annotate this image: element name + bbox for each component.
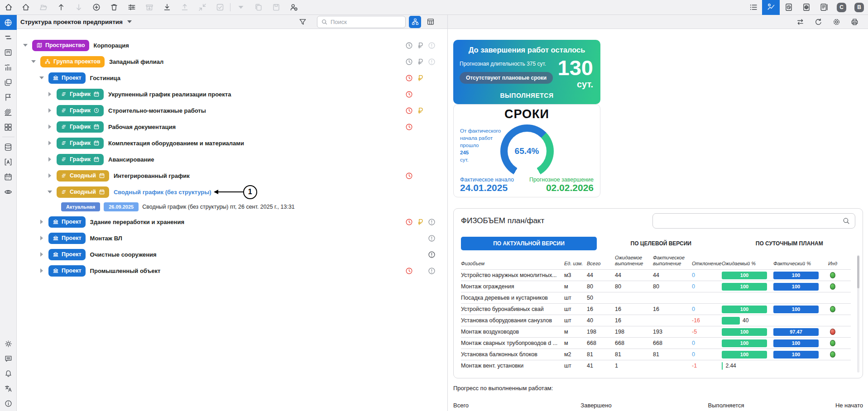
folder-open-icon[interactable] <box>34 0 52 15</box>
doc-report-icon[interactable] <box>815 0 833 15</box>
node-name[interactable]: Сводный график (без структуры) <box>114 189 211 196</box>
tree-row[interactable]: ГрафикСтроительно-монтажные работы <box>17 102 447 119</box>
type-badge[interactable]: Пространство <box>32 40 89 51</box>
caret-right-icon[interactable] <box>38 252 45 257</box>
doc-clock-icon[interactable] <box>780 0 797 15</box>
table-scrollbar[interactable] <box>857 255 859 373</box>
caret-right-icon[interactable] <box>47 92 53 96</box>
sidebar-item-folders[interactable] <box>0 75 17 90</box>
caret-right-icon[interactable] <box>47 141 53 145</box>
scrollbar-thumb[interactable] <box>857 256 859 288</box>
caret-right-icon[interactable] <box>47 173 53 178</box>
swap-icon[interactable] <box>793 16 807 28</box>
tree-row[interactable]: СводныйСводный график (без структуры)1 <box>17 184 447 200</box>
node-name[interactable]: Корпорация <box>94 42 129 49</box>
sidebar-item-eye[interactable] <box>0 184 17 199</box>
tree-search-input[interactable] <box>331 19 402 25</box>
fizobem-row[interactable]: Посадка деревьев и кустарниковшт50 <box>461 292 851 303</box>
node-name[interactable]: Гостиница <box>90 75 120 81</box>
type-badge[interactable]: График <box>57 138 104 149</box>
sidebar-item-info[interactable] <box>0 396 17 411</box>
tree-row[interactable]: ПространствоКорпорация <box>17 37 447 53</box>
sidebar-item-db[interactable] <box>0 139 17 154</box>
type-badge[interactable]: Проект <box>48 249 86 260</box>
type-badge[interactable]: График <box>57 121 104 133</box>
caret-down-icon[interactable] <box>30 60 37 63</box>
fizobem-row[interactable]: Устройство буронабивных свайшт1616160100… <box>461 303 851 315</box>
node-name[interactable]: Промышленный объект <box>90 268 161 274</box>
title-caret-icon[interactable] <box>127 20 132 23</box>
caret-down-icon[interactable] <box>38 76 45 79</box>
tree-row[interactable]: СводныйИнтегрированный график <box>17 167 447 184</box>
node-name[interactable]: Монтаж ВЛ <box>90 235 122 242</box>
sidebar-item-hatch[interactable] <box>0 105 17 119</box>
caret-right-icon[interactable] <box>38 220 45 224</box>
type-badge[interactable]: Проект <box>48 233 86 244</box>
sidebar-item-globe[interactable] <box>0 15 17 30</box>
trash-icon[interactable] <box>105 0 123 15</box>
type-badge[interactable]: График <box>57 105 104 116</box>
table-view-toggle[interactable] <box>424 16 436 28</box>
chart-line-icon[interactable] <box>762 0 780 15</box>
home-icon[interactable] <box>0 0 17 15</box>
gear-icon[interactable] <box>829 16 844 28</box>
node-name[interactable]: Рабочая документация <box>108 124 176 130</box>
node-name[interactable]: Укрупненный график реализации проекта <box>108 91 231 98</box>
type-badge[interactable]: Проект <box>48 216 86 228</box>
arrow-down-icon[interactable] <box>70 0 87 15</box>
sidebar-item-gantt[interactable] <box>0 30 17 45</box>
type-badge[interactable]: Сводный <box>57 170 109 182</box>
home-icon[interactable] <box>17 0 34 15</box>
sliders-icon[interactable] <box>123 0 140 15</box>
type-badge[interactable]: График <box>57 89 104 100</box>
node-name[interactable]: Очистные сооружения <box>90 251 157 258</box>
fizobem-row[interactable]: Монтаж вент. установкишт411-12.44 <box>461 360 851 371</box>
tree-row[interactable]: ПроектГостиница <box>17 70 447 86</box>
printer-icon[interactable] <box>847 16 862 28</box>
sidebar-item-calendar[interactable] <box>0 169 17 184</box>
search-icon[interactable] <box>842 217 850 225</box>
type-badge[interactable]: Группа проектов <box>40 56 105 67</box>
caret-down-icon[interactable] <box>47 191 53 193</box>
sidebar-item-bell[interactable] <box>0 366 17 381</box>
caret-down-icon[interactable] <box>232 0 249 15</box>
checkbox-icon[interactable] <box>211 0 229 15</box>
download-icon[interactable] <box>158 0 176 15</box>
upload-icon[interactable] <box>176 0 193 15</box>
caret-right-icon[interactable] <box>38 268 45 273</box>
sidebar-item-kanban[interactable] <box>0 45 17 60</box>
sidebar-item-brackets-a[interactable] <box>0 154 17 169</box>
tree-view-toggle[interactable] <box>409 16 421 28</box>
sidebar-item-translate[interactable] <box>0 381 17 396</box>
sidebar-item-comment[interactable] <box>0 351 17 366</box>
refresh-icon[interactable] <box>811 16 825 28</box>
sidebar-item-flag[interactable] <box>0 90 17 105</box>
box-down-icon[interactable] <box>140 0 158 15</box>
collapse-icon[interactable] <box>193 0 211 15</box>
fizobem-row[interactable]: Установка оборудования санузловшт4016-16… <box>461 315 851 326</box>
fizobem-row[interactable]: Устройство наружных монолитных...м344444… <box>461 269 851 281</box>
tree-row[interactable]: ПроектЗдание переработки и хранения <box>17 214 447 230</box>
fizobem-row[interactable]: Установка балконных блоковм2818181010010… <box>461 349 851 360</box>
fizobem-row[interactable]: Монтаж ограждениям8080800100100 <box>461 281 851 292</box>
caret-right-icon[interactable] <box>47 157 53 162</box>
user-gear-icon[interactable] <box>285 0 302 15</box>
tab-active-version[interactable]: ПО АКТУАЛЬНОЙ ВЕРСИИ <box>461 237 597 250</box>
sidebar-item-sun[interactable] <box>0 336 17 351</box>
fizobem-row[interactable]: Монтаж сварных трубопроводов d ...м66866… <box>461 337 851 349</box>
user-badge-b[interactable]: B <box>850 0 868 15</box>
caret-right-icon[interactable] <box>47 108 53 113</box>
node-name[interactable]: Строительно-монтажные работы <box>108 107 206 114</box>
node-name[interactable]: Западный филиал <box>109 58 163 65</box>
paste-icon[interactable] <box>267 0 285 15</box>
caret-down-icon[interactable] <box>22 44 29 47</box>
user-badge-c[interactable]: C <box>833 0 850 15</box>
tree-row[interactable]: ГрафикРабочая документация <box>17 119 447 135</box>
tree-row[interactable]: ПроектОчистные сооружения <box>17 246 447 263</box>
sidebar-item-chart-wave[interactable] <box>0 60 17 75</box>
type-badge[interactable]: Проект <box>48 72 86 84</box>
tab-по-суточным-планам[interactable]: ПО СУТОЧНЫМ ПЛАНАМ <box>725 240 854 247</box>
tree-row[interactable]: ГрафикУкрупненный график реализации прое… <box>17 86 447 102</box>
tree-row[interactable]: Актуальная26.09.2025Сводный график (без … <box>17 200 447 214</box>
tree-row[interactable]: ГрафикАвансирование <box>17 151 447 167</box>
